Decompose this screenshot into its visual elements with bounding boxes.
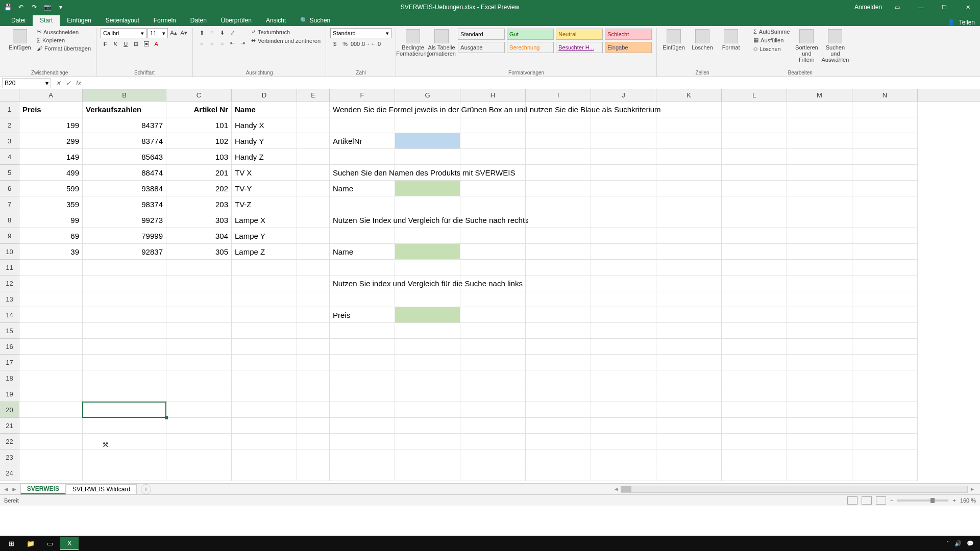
cell-E15[interactable] [297,323,330,339]
cell-B6[interactable]: 93884 [83,181,166,196]
cell-B3[interactable]: 83774 [83,133,166,149]
cell-F18[interactable] [330,370,395,386]
cell-D10[interactable]: Lampe Z [232,244,297,260]
cell-J12[interactable] [591,276,656,291]
cell-G23[interactable] [395,449,460,465]
cell-M17[interactable] [787,355,852,370]
font-color-button[interactable]: A [152,39,161,48]
cell-K12[interactable] [656,276,722,291]
cell-I19[interactable] [526,386,591,402]
cell-H9[interactable] [460,228,526,244]
tab-start[interactable]: Start [33,15,60,26]
cell-H20[interactable] [460,402,526,418]
notifications-icon[interactable]: 💬 [967,540,974,547]
cell-N18[interactable] [852,370,918,386]
cell-M21[interactable] [787,418,852,434]
column-header-B[interactable]: B [83,89,166,101]
row-header-20[interactable]: 20 [0,402,19,418]
cell-D9[interactable]: Lampe Y [232,228,297,244]
cell-A16[interactable] [19,339,83,355]
cell-H22[interactable] [460,434,526,449]
view-normal-button[interactable] [847,496,857,505]
cell-M18[interactable] [787,370,852,386]
cell-L7[interactable] [722,196,787,212]
cell-N9[interactable] [852,228,918,244]
cell-C7[interactable]: 203 [166,196,232,212]
cell-K15[interactable] [656,323,722,339]
cell-B24[interactable] [83,465,166,481]
cell-N14[interactable] [852,307,918,323]
cell-J4[interactable] [591,149,656,165]
cell-H6[interactable] [460,181,526,196]
cell-H15[interactable] [460,323,526,339]
cell-B10[interactable]: 92837 [83,244,166,260]
select-all-corner[interactable] [0,89,19,101]
column-header-A[interactable]: A [19,89,83,101]
cell-L15[interactable] [722,323,787,339]
cell-E18[interactable] [297,370,330,386]
cell-D23[interactable] [232,449,297,465]
ribbon-options-icon[interactable]: ▭ [889,2,905,12]
sheet-tab-sverweis[interactable]: SVERWEIS [20,484,66,494]
cell-A19[interactable] [19,386,83,402]
cell-N21[interactable] [852,418,918,434]
maximize-button[interactable]: ☐ [936,2,952,12]
enter-formula-icon[interactable]: ✓ [63,78,74,88]
cell-G10[interactable] [395,244,460,260]
cell-E3[interactable] [297,133,330,149]
cell-D12[interactable] [232,276,297,291]
cell-F5[interactable]: Suchen Sie den Namen des Produkts mit SV… [330,165,395,181]
cell-H14[interactable] [460,307,526,323]
insert-cells-button[interactable]: Einfügen [661,28,687,52]
cell-H3[interactable] [460,133,526,149]
cell-L1[interactable] [722,102,787,117]
cell-N12[interactable] [852,276,918,291]
cell-G8[interactable] [395,212,460,228]
cell-D20[interactable] [232,402,297,418]
cell-M3[interactable] [787,133,852,149]
align-middle-button[interactable]: ≡ [207,28,216,37]
cell-A10[interactable]: 39 [19,244,83,260]
cell-L2[interactable] [722,117,787,133]
column-header-C[interactable]: C [166,89,232,101]
cell-A8[interactable]: 99 [19,212,83,228]
cell-M12[interactable] [787,276,852,291]
cell-D13[interactable] [232,291,297,307]
row-header-22[interactable]: 22 [0,434,19,449]
tab-daten[interactable]: Daten [183,15,214,26]
cell-G18[interactable] [395,370,460,386]
share-button[interactable]: Teilen [959,19,975,26]
cell-F16[interactable] [330,339,395,355]
cell-I20[interactable] [526,402,591,418]
percent-button[interactable]: % [340,39,350,48]
excel-taskbar-button[interactable]: X [60,537,79,550]
cell-L11[interactable] [722,260,787,276]
cell-M20[interactable] [787,402,852,418]
cell-H2[interactable] [460,117,526,133]
cell-M16[interactable] [787,339,852,355]
close-button[interactable]: ✕ [960,2,976,12]
tab-formeln[interactable]: Formeln [146,15,183,26]
cell-C1[interactable]: Artikel Nr [166,102,232,117]
format-cells-button[interactable]: Format [718,28,744,52]
row-header-15[interactable]: 15 [0,323,19,339]
cell-L13[interactable] [722,291,787,307]
name-box[interactable]: B20▾ [2,78,51,88]
fx-icon[interactable]: fx [74,78,84,88]
cell-D15[interactable] [232,323,297,339]
row-header-24[interactable]: 24 [0,465,19,481]
cell-B15[interactable] [83,323,166,339]
cell-K2[interactable] [656,117,722,133]
cell-N11[interactable] [852,260,918,276]
align-center-button[interactable]: ≡ [207,38,216,47]
cell-M15[interactable] [787,323,852,339]
cell-A21[interactable] [19,418,83,434]
cell-G14[interactable] [395,307,460,323]
cell-D18[interactable] [232,370,297,386]
cell-E1[interactable] [297,102,330,117]
cell-J16[interactable] [591,339,656,355]
cell-J18[interactable] [591,370,656,386]
cell-K14[interactable] [656,307,722,323]
cell-J15[interactable] [591,323,656,339]
row-header-1[interactable]: 1 [0,102,19,117]
